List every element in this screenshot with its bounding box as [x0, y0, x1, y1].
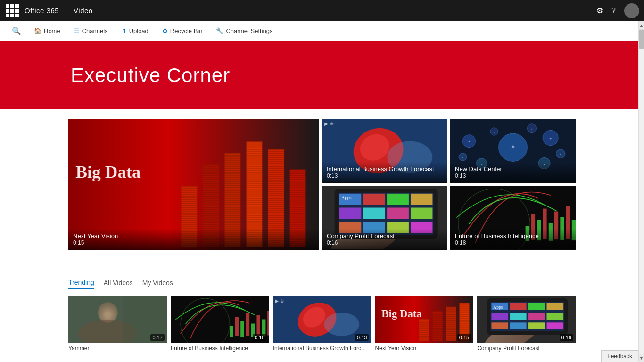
featured-video-datacenter[interactable]: New Data Center 0:13	[450, 119, 576, 183]
trending-title-1: Future of Business Intelligence	[171, 345, 269, 352]
trending-thumb-future[interactable]: 0:18	[171, 296, 269, 343]
nav-channel-settings-label: Channel Settings	[226, 27, 272, 34]
trending-duration-2: 0:13	[355, 334, 369, 341]
tab-trending[interactable]: Trending	[68, 279, 94, 289]
video-section: Next Year Vision 0:15 International Busi…	[0, 109, 644, 264]
hero-banner: Executive Corner	[0, 41, 644, 109]
recycle-icon: ♻	[162, 27, 168, 34]
trending-item-4[interactable]: 0:16 Company Profit Forecast	[477, 296, 576, 352]
app-name: Office 365	[25, 7, 66, 15]
video-info-profit: Company Profit Forecast 0:16	[322, 229, 447, 250]
trending-item-2[interactable]: 0:13 International Business Growth Forc.…	[273, 296, 372, 352]
trending-duration-4: 0:16	[560, 334, 573, 341]
nav-home[interactable]: 🏠 Home	[28, 21, 66, 41]
video-duration-large: 0:15	[73, 239, 314, 246]
video-info-datacenter: New Data Center 0:13	[450, 162, 576, 183]
featured-video-profit[interactable]: Company Profit Forecast 0:16	[322, 186, 447, 250]
trending-section: Trending All Videos My Videos 0:17 Yamme…	[0, 274, 644, 361]
feedback-button[interactable]: Feedback	[601, 350, 638, 361]
trending-thumb-profit2[interactable]: 0:16	[477, 296, 576, 343]
trending-item-0[interactable]: 0:17 Yammer	[68, 296, 167, 352]
section-name: Video	[74, 7, 93, 15]
trending-item-1[interactable]: 0:18 Future of Business Intelligence	[171, 296, 269, 352]
nav-channels-label: Channels	[82, 27, 108, 34]
video-title-large: Next Year Vision	[73, 232, 314, 239]
grid-icon	[6, 4, 19, 17]
trending-title-3: Next Year Vision	[375, 345, 473, 352]
video-info-intl: International Business Growth Forecast 0…	[322, 162, 447, 183]
nav-home-label: Home	[44, 27, 60, 34]
second-nav: 🔍 🏠 Home ☰ Channels ⬆ Upload ♻ Recycle B…	[0, 21, 644, 41]
video-duration-future: 0:18	[455, 239, 571, 246]
top-bar: Office 365 Video ⚙ ?	[0, 0, 644, 21]
video-title-datacenter: New Data Center	[455, 165, 571, 173]
scroll-thumb[interactable]	[639, 30, 644, 49]
scroll-arrow-up[interactable]: ▲	[639, 21, 644, 30]
featured-video-large[interactable]: Next Year Vision 0:15	[68, 119, 319, 250]
trending-item-3[interactable]: 0:15 Next Year Vision	[375, 296, 473, 352]
nav-recycle[interactable]: ♻ Recycle Bin	[157, 21, 208, 41]
settings-icon[interactable]: ⚙	[596, 6, 603, 15]
featured-video-grid: Next Year Vision 0:15 International Busi…	[68, 119, 576, 250]
trending-title-0: Yammer	[68, 345, 167, 352]
channels-icon: ☰	[74, 27, 80, 34]
hero-title: Executive Corner	[71, 64, 230, 87]
video-duration-intl: 0:13	[327, 173, 443, 179]
help-icon[interactable]: ?	[611, 7, 616, 15]
featured-video-intl[interactable]: International Business Growth Forecast 0…	[322, 119, 447, 183]
nav-upload[interactable]: ⬆ Upload	[116, 21, 154, 41]
scroll-arrow-down[interactable]: ▼	[639, 354, 644, 361]
trending-grid: 0:17 Yammer 0:18 Future of Business Inte…	[68, 296, 576, 352]
search-icon[interactable]: 🔍	[7, 26, 26, 35]
video-title-profit: Company Profit Forecast	[327, 232, 443, 239]
trending-thumb-intl[interactable]: 0:13	[273, 296, 372, 343]
video-duration-profit: 0:16	[327, 239, 443, 246]
trending-tabs: Trending All Videos My Videos	[68, 279, 576, 289]
channel-settings-icon: 🔧	[216, 27, 223, 34]
avatar[interactable]	[624, 3, 639, 18]
video-title-future: Future of Business Intelligence	[455, 232, 571, 239]
trending-title-2: International Business Growth Forc...	[273, 345, 372, 352]
video-info-future: Future of Business Intelligence 0:18	[450, 229, 576, 250]
nav-recycle-label: Recycle Bin	[170, 27, 203, 34]
scrollbar[interactable]: ▲ ▼	[638, 21, 644, 361]
trending-duration-0: 0:17	[150, 334, 164, 341]
trending-duration-3: 0:15	[457, 334, 471, 341]
video-info-large: Next Year Vision 0:15	[68, 229, 319, 250]
trending-title-4: Company Profit Forecast	[477, 345, 576, 352]
featured-video-future[interactable]: Future of Business Intelligence 0:18	[450, 186, 576, 250]
video-duration-datacenter: 0:13	[455, 173, 571, 179]
trending-thumb-nextyear[interactable]: 0:15	[375, 296, 473, 343]
trending-duration-1: 0:18	[253, 334, 266, 341]
nav-upload-label: Upload	[129, 27, 149, 34]
home-icon: 🏠	[34, 27, 41, 34]
nav-channels[interactable]: ☰ Channels	[68, 21, 114, 41]
upload-icon: ⬆	[122, 27, 127, 34]
tab-my-videos[interactable]: My Videos	[142, 279, 173, 288]
trending-thumb-yammer[interactable]: 0:17	[68, 296, 167, 343]
app-grid-button[interactable]	[5, 3, 20, 18]
top-bar-right: ⚙ ?	[596, 3, 639, 18]
nav-channel-settings[interactable]: 🔧 Channel Settings	[210, 21, 278, 41]
tab-all-videos[interactable]: All Videos	[104, 279, 133, 288]
section-divider	[68, 269, 576, 269]
video-title-intl: International Business Growth Forecast	[327, 165, 443, 173]
